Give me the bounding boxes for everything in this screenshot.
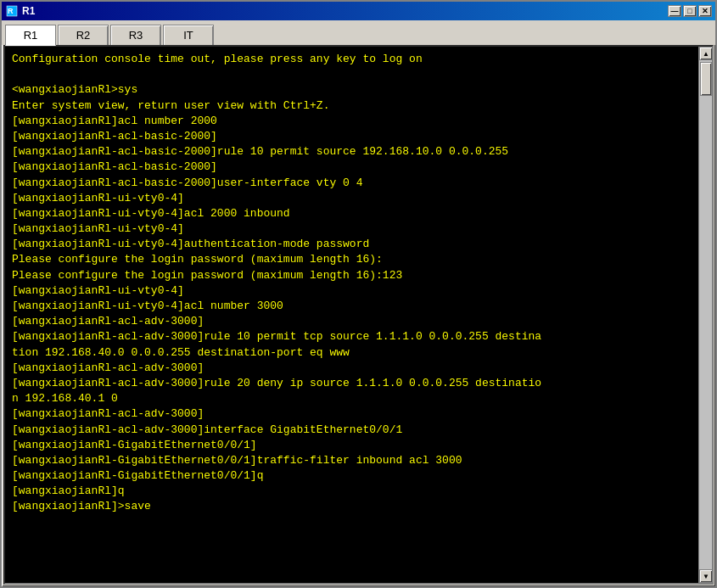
main-window: R R1 — □ ✕ R1 R2 R3 IT Configuration con… — [0, 0, 717, 588]
scroll-up-button[interactable]: ▲ — [699, 47, 713, 60]
tab-r3[interactable]: R3 — [110, 25, 161, 46]
svg-text:R: R — [8, 7, 14, 15]
tab-it[interactable]: IT — [163, 25, 214, 46]
window-title: R1 — [22, 5, 35, 17]
app-icon: R — [5, 4, 19, 18]
title-bar-left: R R1 — [5, 4, 35, 18]
minimize-button[interactable]: — — [668, 5, 681, 17]
scrollbar-thumb[interactable] — [700, 62, 712, 96]
terminal-container: Configuration console time out, please p… — [3, 45, 714, 585]
scrollbar-track[interactable] — [699, 60, 712, 569]
title-bar-buttons: — □ ✕ — [668, 5, 712, 17]
tab-r2[interactable]: R2 — [58, 25, 109, 46]
tab-bar: R1 R2 R3 IT — [2, 20, 715, 45]
scrollbar: ▲ ▼ — [698, 47, 712, 583]
tab-r1[interactable]: R1 — [5, 25, 56, 46]
close-button[interactable]: ✕ — [698, 5, 712, 17]
maximize-button[interactable]: □ — [683, 5, 697, 17]
scroll-down-button[interactable]: ▼ — [699, 569, 713, 583]
title-bar: R R1 — □ ✕ — [2, 2, 715, 20]
terminal-output[interactable]: Configuration console time out, please p… — [5, 47, 698, 583]
